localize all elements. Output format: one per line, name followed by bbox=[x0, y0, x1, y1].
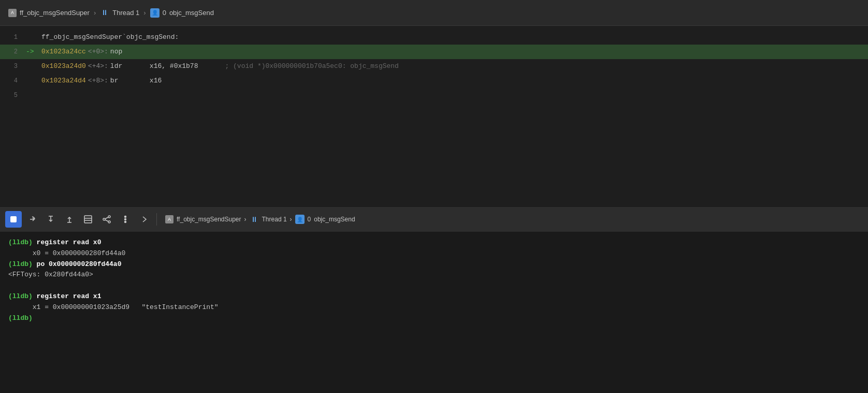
header-function-name: ff_objc_msgSendSuper bbox=[20, 9, 90, 17]
mnemonic-3: ldr bbox=[110, 59, 141, 74]
code-label-text: ff_objc_msgSendSuper`objc_msgSend: bbox=[41, 30, 179, 45]
console-prompt-6: (lldb) bbox=[8, 291, 37, 302]
console-cmd-1: register read x0 bbox=[37, 237, 102, 248]
svg-rect-0 bbox=[10, 216, 17, 222]
step-in-button[interactable] bbox=[42, 211, 59, 228]
code-line-4: 4 0x1023a24d4 <+8>: br x16 bbox=[0, 74, 868, 88]
toolbar-function-name: ff_objc_msgSendSuper bbox=[177, 216, 241, 223]
console-line-1: (lldb) register read x0 bbox=[8, 237, 860, 248]
svg-point-10 bbox=[103, 218, 105, 220]
toolbar-thread-label: Thread 1 bbox=[262, 216, 287, 223]
console-output-7: x1 = 0x000000001023a25d9 "testInstancePr… bbox=[8, 302, 219, 313]
console-prompt-1: (lldb) bbox=[8, 237, 37, 248]
toolbar: A ff_objc_msgSendSuper › ⏸ Thread 1 › 👤 … bbox=[0, 206, 868, 232]
code-line-3: 3 0x1023a24d0 <+4>: ldr x16, #0x1b78 ; (… bbox=[0, 59, 868, 74]
svg-point-16 bbox=[125, 221, 126, 223]
header-thread-label: Thread 1 bbox=[112, 9, 139, 17]
mnemonic-4: br bbox=[110, 74, 141, 88]
code-line-2: 2 -> 0x1023a24cc <+0>: nop bbox=[0, 45, 868, 59]
svg-point-9 bbox=[108, 216, 110, 218]
toolbar-divider bbox=[156, 213, 157, 226]
share-button[interactable] bbox=[98, 211, 115, 228]
console-line-6: (lldb) register read x1 bbox=[8, 291, 860, 302]
console-output-4: <FFToys: 0x280fd44a0> bbox=[8, 270, 93, 280]
operand-3: x16, #0x1b78 bbox=[150, 59, 198, 74]
svg-point-11 bbox=[108, 221, 110, 223]
addr-2: 0x1023a24cc bbox=[41, 45, 86, 59]
toolbar-sep1: › bbox=[244, 216, 247, 223]
toolbar-frame-func: objc_msgSend bbox=[314, 216, 355, 223]
header-frame-func: objc_msgSend bbox=[169, 9, 214, 17]
svg-point-14 bbox=[125, 216, 126, 218]
frame-button[interactable] bbox=[80, 211, 96, 228]
console-output-2: x0 = 0x0000000280fd44a0 bbox=[8, 248, 125, 259]
comment-3: ; (void *)0x000000001b70a5ec0: objc_msgS… bbox=[225, 59, 398, 74]
console-prompt-3: (lldb) bbox=[8, 259, 37, 270]
code-line-5: 5 bbox=[0, 88, 868, 103]
addr-3: 0x1023a24d0 bbox=[41, 59, 86, 74]
header-sep1: › bbox=[94, 9, 96, 17]
console-line-4: <FFToys: 0x280fd44a0> bbox=[8, 270, 860, 280]
step-out-button[interactable] bbox=[61, 211, 78, 228]
console-line-5 bbox=[8, 280, 860, 291]
header-sep2: › bbox=[143, 9, 146, 17]
more-button[interactable] bbox=[117, 211, 134, 228]
console-line-3: (lldb) po 0x0000000280fd44a0 bbox=[8, 259, 860, 270]
step-over-button[interactable] bbox=[24, 211, 40, 228]
offset-4: <+8>: bbox=[88, 74, 108, 88]
svg-line-12 bbox=[105, 217, 108, 219]
console-prompt-8: (lldb) bbox=[8, 313, 37, 324]
code-label-line: 1 ff_objc_msgSendSuper`objc_msgSend: bbox=[0, 30, 868, 45]
thread-icon-toolbar: ⏸ bbox=[250, 215, 259, 224]
person-icon-header: 👤 bbox=[150, 8, 160, 18]
console-line-7: x1 = 0x000000001023a25d9 "testInstancePr… bbox=[8, 302, 860, 313]
navigate-button[interactable] bbox=[136, 211, 152, 228]
operand-4: x16 bbox=[150, 74, 162, 88]
code-area: 1 ff_objc_msgSendSuper`objc_msgSend: 2 -… bbox=[0, 26, 868, 206]
pause-button[interactable] bbox=[5, 211, 22, 228]
module-icon-toolbar: A bbox=[165, 215, 173, 223]
offset-2: <+0>: bbox=[88, 45, 108, 59]
svg-point-15 bbox=[125, 219, 126, 220]
svg-rect-6 bbox=[84, 216, 92, 223]
header-frame-num: 0 bbox=[163, 9, 166, 17]
console-line-2: x0 = 0x0000000280fd44a0 bbox=[8, 248, 860, 259]
line-num-5: 5 bbox=[0, 88, 26, 103]
mnemonic-2: nop bbox=[110, 45, 136, 59]
line-num-3: 3 bbox=[0, 59, 26, 74]
thread-icon: ⏸ bbox=[100, 8, 109, 18]
console-line-8: (lldb) bbox=[8, 313, 860, 324]
person-icon-toolbar: 👤 bbox=[295, 215, 305, 224]
svg-line-13 bbox=[105, 220, 108, 221]
line-num-4: 4 bbox=[0, 74, 26, 88]
toolbar-frame-num: 0 bbox=[308, 216, 311, 223]
header-bar: A ff_objc_msgSendSuper › ⏸ Thread 1 › 👤 … bbox=[0, 0, 868, 26]
console-area[interactable]: (lldb) register read x0 x0 = 0x000000028… bbox=[0, 232, 868, 393]
console-cmd-6: register read x1 bbox=[37, 291, 102, 302]
module-icon: A bbox=[8, 9, 17, 17]
console-blank-5 bbox=[8, 280, 12, 291]
code-lines: 1 ff_objc_msgSendSuper`objc_msgSend: 2 -… bbox=[0, 26, 868, 107]
console-cmd-3: po 0x0000000280fd44a0 bbox=[37, 259, 122, 270]
line-arrow-2: -> bbox=[26, 45, 41, 59]
offset-3: <+4>: bbox=[88, 59, 108, 74]
line-num-1: 1 bbox=[0, 30, 26, 45]
addr-4: 0x1023a24d4 bbox=[41, 74, 86, 88]
toolbar-sep2: › bbox=[290, 216, 292, 223]
toolbar-breadcrumb: A ff_objc_msgSendSuper › ⏸ Thread 1 › 👤 … bbox=[165, 215, 355, 224]
line-num-2: 2 bbox=[0, 45, 26, 59]
